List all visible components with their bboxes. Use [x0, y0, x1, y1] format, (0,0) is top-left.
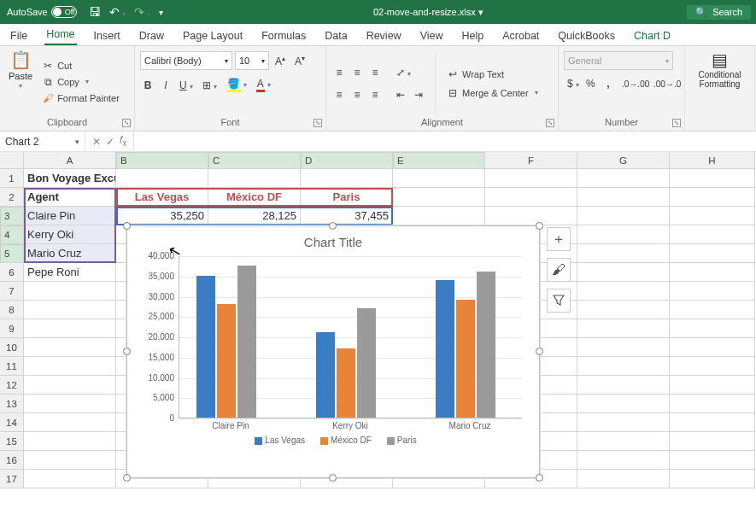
cell-A16[interactable] [24, 451, 116, 470]
number-launcher[interactable]: ⤡ [672, 119, 681, 127]
row-header-4[interactable]: 4 [0, 225, 24, 244]
increase-decimal-button[interactable]: .0→.00 [618, 77, 648, 91]
font-size-select[interactable]: 10▾ [235, 51, 269, 70]
redo-button[interactable]: ↷ [134, 5, 150, 19]
decrease-decimal-button[interactable]: .00→.0 [650, 77, 679, 91]
cell-C1[interactable] [208, 169, 301, 188]
cell-C3[interactable]: 28,125 [208, 207, 301, 225]
cell-G10[interactable] [577, 338, 670, 357]
row-header-9[interactable]: 9 [0, 319, 24, 338]
chart-elements-button[interactable]: ＋ [547, 227, 571, 251]
cell-A5[interactable]: Mario Cruz [24, 244, 116, 263]
tab-view[interactable]: View [419, 26, 445, 45]
cell-F3[interactable] [485, 207, 577, 225]
cell-E1[interactable] [393, 169, 485, 188]
alignment-launcher[interactable]: ⤡ [546, 119, 554, 127]
cell-G7[interactable] [577, 282, 670, 301]
formula-bar[interactable] [134, 132, 756, 151]
bold-button[interactable]: B [140, 77, 155, 94]
cell-F1[interactable] [485, 169, 577, 188]
cell-A7[interactable] [24, 282, 116, 301]
row-header-6[interactable]: 6 [0, 263, 24, 282]
cell-A4[interactable]: Kerry Oki [24, 225, 116, 244]
fx-icon[interactable]: fx [120, 134, 126, 148]
cell-A12[interactable] [24, 376, 116, 395]
cell-E2[interactable] [393, 188, 485, 207]
embedded-chart[interactable]: Chart Title 05,00010,00015,00020,00025,0… [126, 225, 540, 478]
borders-button[interactable]: ⊞ [199, 77, 220, 94]
cell-H17[interactable] [670, 470, 755, 488]
cell-H4[interactable] [670, 225, 755, 244]
cell-H2[interactable] [670, 188, 755, 207]
row-header-5[interactable]: 5 [0, 244, 24, 263]
wrap-text-button[interactable]: ↩Wrap Text [444, 67, 541, 81]
cell-A11[interactable] [24, 357, 116, 376]
resize-handle-nw[interactable] [123, 222, 131, 230]
cell-A3[interactable]: Claire Pin [24, 207, 116, 225]
tab-acrobat[interactable]: Acrobat [501, 26, 541, 45]
cell-A9[interactable] [24, 319, 116, 338]
cell-A14[interactable] [24, 413, 116, 432]
resize-handle-ne[interactable] [536, 222, 543, 230]
cell-G3[interactable] [577, 207, 670, 225]
cell-G1[interactable] [577, 169, 670, 188]
bar[interactable] [237, 266, 256, 418]
row-header-15[interactable]: 15 [0, 432, 24, 451]
merge-center-button[interactable]: ⊟Merge & Center [444, 86, 541, 100]
cell-G16[interactable] [577, 451, 670, 470]
cell-D2[interactable]: Paris [301, 188, 393, 207]
align-middle-button[interactable]: ≡ [349, 64, 365, 81]
tab-draw[interactable]: Draw [138, 26, 166, 45]
cell-G4[interactable] [577, 225, 670, 244]
italic-button[interactable]: I [158, 77, 173, 94]
cell-H6[interactable] [670, 263, 755, 282]
cell-D1[interactable] [301, 169, 393, 188]
row-header-17[interactable]: 17 [0, 470, 24, 488]
chart-title[interactable]: Chart Title [127, 226, 539, 253]
bar[interactable] [357, 308, 376, 418]
row-header-10[interactable]: 10 [0, 338, 24, 357]
legend-item[interactable]: Las Vegas [249, 436, 305, 445]
copy-button[interactable]: ⧉Copy [39, 75, 122, 89]
resize-handle-s[interactable] [329, 474, 337, 482]
legend-item[interactable]: Paris [382, 436, 417, 445]
row-header-3[interactable]: 3 [0, 207, 24, 225]
increase-indent-button[interactable]: ⇥ [411, 86, 426, 103]
tab-help[interactable]: Help [460, 26, 486, 45]
align-right-button[interactable]: ≡ [367, 86, 383, 103]
chart-filters-button[interactable] [547, 289, 571, 313]
bar[interactable] [436, 280, 454, 418]
column-header-F[interactable]: F [485, 152, 577, 169]
confirm-formula-button[interactable]: ✓ [106, 136, 114, 148]
align-top-button[interactable]: ≡ [331, 64, 347, 81]
cell-G11[interactable] [577, 357, 670, 376]
font-name-select[interactable]: Calibri (Body)▾ [140, 51, 232, 70]
tab-insert[interactable]: Insert [92, 26, 122, 45]
cell-G17[interactable] [577, 470, 670, 488]
paste-button[interactable]: 📋 Paste ▾ [5, 48, 36, 115]
resize-handle-sw[interactable] [123, 474, 131, 482]
bar[interactable] [477, 272, 495, 418]
row-header-14[interactable]: 14 [0, 413, 24, 432]
cut-button[interactable]: ✂Cut [39, 59, 122, 73]
decrease-font-button[interactable]: A▾ [291, 52, 308, 70]
row-header-2[interactable]: 2 [0, 188, 24, 207]
qat-more-icon[interactable]: ▾ [159, 8, 163, 17]
resize-handle-w[interactable] [123, 348, 131, 355]
cell-A6[interactable]: Pepe Roni [24, 263, 116, 282]
cell-H8[interactable] [670, 301, 755, 319]
font-color-button[interactable]: A [253, 75, 274, 95]
cell-A8[interactable] [24, 301, 116, 319]
column-header-B[interactable]: B [116, 152, 208, 169]
column-header-G[interactable]: G [577, 152, 670, 169]
cell-B2[interactable]: Las Vegas [116, 188, 208, 207]
cell-B1[interactable] [116, 169, 208, 188]
fill-color-button[interactable]: 🪣 [223, 75, 250, 95]
bar[interactable] [196, 276, 215, 418]
cell-H7[interactable] [670, 282, 755, 301]
bar[interactable] [217, 304, 236, 418]
row-header-12[interactable]: 12 [0, 376, 24, 395]
tab-file[interactable]: File [9, 26, 29, 45]
decrease-indent-button[interactable]: ⇤ [393, 86, 408, 103]
cell-G14[interactable] [577, 413, 670, 432]
